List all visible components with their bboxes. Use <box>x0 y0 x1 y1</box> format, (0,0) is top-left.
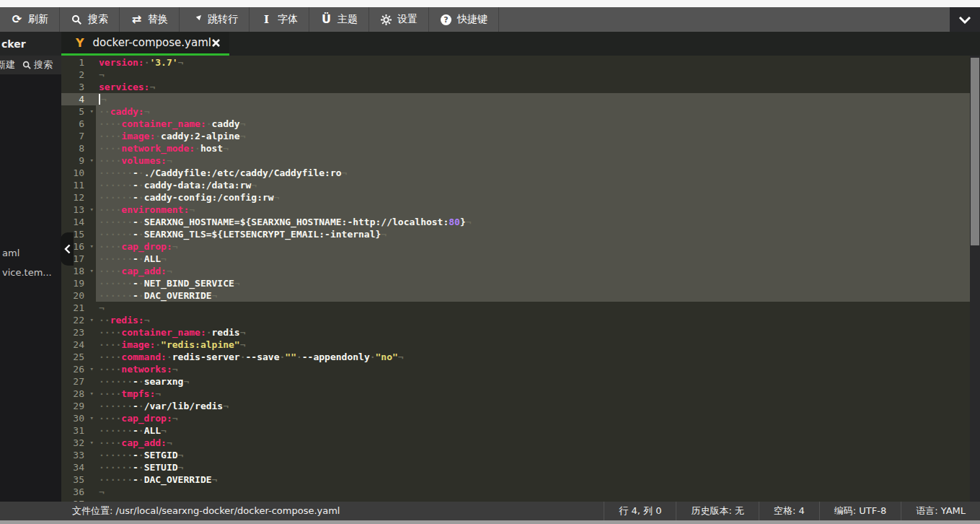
status-language[interactable]: 语言: YAML <box>901 502 980 520</box>
code-line[interactable]: ······-·ALL¬ <box>96 253 970 265</box>
fold-arrow-icon[interactable]: ▾ <box>90 388 94 400</box>
line-number: 13▾ <box>61 204 96 216</box>
settings-button[interactable]: 设置 <box>369 7 429 32</box>
code-line[interactable]: ······-·caddy-config:/config:rw¬ <box>96 191 970 204</box>
line-number: 32▾ <box>61 437 96 449</box>
fold-arrow-icon[interactable]: ▾ <box>90 265 94 277</box>
line-number: 25 <box>61 351 96 363</box>
goto-line-button[interactable]: 跳转行 <box>180 7 250 32</box>
replace-button[interactable]: ⇄ 替换 <box>120 7 180 32</box>
replace-label: 替换 <box>148 13 168 26</box>
font-icon: I <box>260 14 273 26</box>
code-line[interactable]: ······-·SEARXNG_HOSTNAME=${SEARXNG_HOSTN… <box>96 216 970 228</box>
code-line[interactable]: ····image:·caddy:2-alpine¬ <box>96 130 970 142</box>
line-number: 4 <box>61 93 96 105</box>
code-area: version:·'3.7'¬¬services:¬¬··caddy:¬····… <box>96 56 970 502</box>
code-line[interactable]: ··caddy:¬ <box>96 105 970 118</box>
line-number: 22▾ <box>61 314 96 326</box>
bottom-strip <box>0 520 980 524</box>
line-number: 34 <box>61 461 96 473</box>
sidebar-file-yaml[interactable]: aml <box>2 248 19 258</box>
status-right-group: 行 4, 列 0 历史版本: 无 空格: 4 编码: UTF-8 语言: YAM… <box>604 502 980 520</box>
fold-arrow-icon[interactable]: ▾ <box>90 314 94 326</box>
code-line[interactable]: ····cap_add:¬ <box>96 265 970 277</box>
code-editor[interactable]: 12345▾6789▾10111213▾141516▾1718▾19202122… <box>61 56 970 502</box>
code-line[interactable]: ······-·SETUID¬ <box>96 461 970 473</box>
code-line[interactable]: ¬ <box>96 93 970 105</box>
line-number: 29 <box>61 400 96 412</box>
code-line[interactable]: ····container_name:·redis¬ <box>96 326 970 339</box>
text-cursor <box>99 94 100 105</box>
code-line[interactable]: ······-·DAC_OVERRIDE¬ <box>96 473 970 486</box>
code-line[interactable]: ······-·SEARXNG_TLS=${LETSENCRYPT_EMAIL:… <box>96 228 970 240</box>
code-line[interactable]: ····network_mode:·host¬ <box>96 142 970 154</box>
scrollbar-thumb[interactable] <box>971 58 979 245</box>
code-line[interactable]: ¬ <box>96 486 970 498</box>
close-tab-icon[interactable] <box>211 38 221 48</box>
code-line[interactable]: ····container_name:·caddy¬ <box>96 118 970 130</box>
line-number: 28▾ <box>61 388 96 400</box>
sidebar-search-button[interactable]: 搜索 <box>22 58 53 71</box>
code-line[interactable]: ······-·ALL¬ <box>96 424 970 437</box>
code-line[interactable]: services:¬ <box>96 81 970 93</box>
hotkeys-button[interactable]: ? 快捷键 <box>429 7 499 32</box>
code-line[interactable]: ······-·./Caddyfile:/etc/caddy/Caddyfile… <box>96 167 970 179</box>
code-line[interactable]: ····tmpfs:¬ <box>96 388 970 400</box>
code-line[interactable]: ····environment:¬ <box>96 204 970 216</box>
code-line[interactable]: ····image:·"redis:alpine"¬ <box>96 339 970 351</box>
fold-arrow-icon[interactable]: ▾ <box>90 363 94 375</box>
code-line[interactable]: ····volumes:¬ <box>96 154 970 167</box>
line-number: 8 <box>61 142 96 154</box>
theme-label: 主题 <box>337 13 358 26</box>
search-icon <box>71 14 83 26</box>
font-label: 字体 <box>278 13 298 26</box>
font-button[interactable]: I 字体 <box>250 7 309 32</box>
fold-arrow-icon[interactable]: ▾ <box>90 154 94 167</box>
refresh-button[interactable]: ⟳ 刷新 <box>0 7 60 32</box>
code-line[interactable]: ····cap_drop:¬ <box>96 412 970 424</box>
search-button[interactable]: 搜索 <box>60 7 120 32</box>
code-line[interactable]: ······-·SETGID¬ <box>96 449 970 461</box>
code-line[interactable]: ······-·/var/lib/redis¬ <box>96 400 970 412</box>
sidebar-file-service-template[interactable]: vice.tem... <box>2 267 52 278</box>
code-line[interactable]: ··redis:¬ <box>96 314 970 326</box>
line-number: 33 <box>61 449 96 461</box>
replace-icon: ⇄ <box>131 14 143 26</box>
code-line[interactable]: ····cap_drop:¬ <box>96 240 970 253</box>
new-file-button[interactable]: 新建 <box>0 58 22 71</box>
sidebar-collapse-button[interactable] <box>61 232 74 266</box>
code-line[interactable]: ¬ <box>96 302 970 314</box>
status-history-version[interactable]: 历史版本: 无 <box>676 502 759 520</box>
fold-arrow-icon[interactable]: ▾ <box>90 412 94 424</box>
refresh-label: 刷新 <box>28 13 48 26</box>
code-line[interactable]: ¬ <box>96 69 970 81</box>
fold-arrow-icon[interactable]: ▾ <box>90 204 94 216</box>
fold-arrow-icon[interactable]: ▾ <box>90 240 94 253</box>
scrollbar[interactable] <box>970 56 980 502</box>
tab-docker-compose[interactable]: Y docker-compose.yaml <box>61 32 229 56</box>
status-indent-spaces[interactable]: 空格: 4 <box>759 502 819 520</box>
sidebar-folder-name[interactable]: cker <box>0 32 61 56</box>
tab-bar: cker Y docker-compose.yaml <box>0 32 980 56</box>
code-line[interactable]: ····networks:¬ <box>96 363 970 375</box>
code-line[interactable]: ······-·searxng¬ <box>96 375 970 388</box>
code-line[interactable]: ······-·caddy-data:/data:rw¬ <box>96 179 970 191</box>
line-number: 3 <box>61 81 96 93</box>
collapse-toolbar-button[interactable] <box>950 7 980 32</box>
theme-button[interactable]: Ü 主题 <box>309 7 369 32</box>
code-line[interactable]: ······-·DAC_OVERRIDE¬ <box>96 289 970 302</box>
fold-arrow-icon[interactable]: ▾ <box>90 105 94 118</box>
line-number: 20 <box>61 289 96 302</box>
line-number: 35 <box>61 473 96 486</box>
line-number: 26▾ <box>61 363 96 375</box>
question-icon: ? <box>440 14 452 26</box>
line-number: 18▾ <box>61 265 96 277</box>
fold-arrow-icon[interactable]: ▾ <box>90 437 94 449</box>
editor-window: ⟳ 刷新 搜索 ⇄ 替换 跳转行 I 字体 Ü 主题 <box>0 0 980 524</box>
status-encoding[interactable]: 编码: UTF-8 <box>819 502 901 520</box>
code-line[interactable]: version:·'3.7'¬ <box>96 56 970 69</box>
code-line[interactable]: ······-·NET_BIND_SERVICE¬ <box>96 277 970 289</box>
code-line[interactable]: ····command:·redis-server·--save·""·--ap… <box>96 351 970 363</box>
code-line[interactable]: ····cap_add:¬ <box>96 437 970 449</box>
file-sidebar: 新建 搜索 aml vice.tem... <box>0 56 61 502</box>
